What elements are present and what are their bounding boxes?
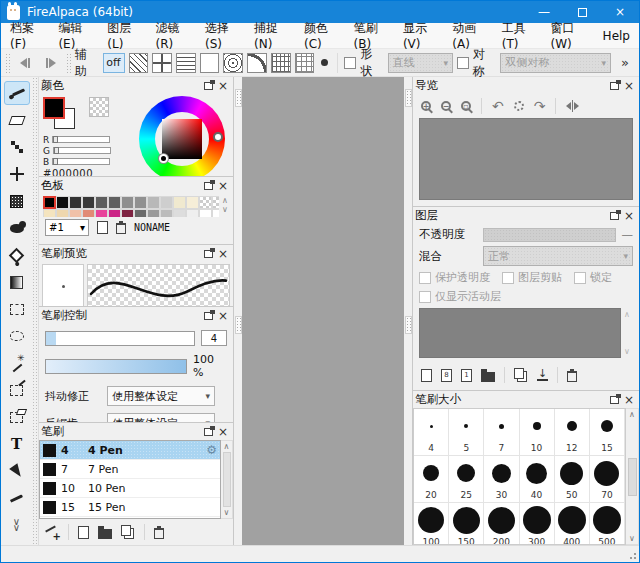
palette-swatch[interactable] (69, 209, 82, 217)
palette-swatch[interactable] (95, 196, 108, 209)
operation-tool[interactable] (4, 459, 30, 483)
symmetry-checkbox[interactable] (457, 57, 469, 69)
snap-concentric-icon[interactable] (223, 53, 243, 73)
float-panel-icon[interactable] (204, 82, 213, 90)
snap-point-indicator[interactable] (321, 59, 328, 66)
close-panel-icon[interactable]: × (217, 80, 229, 92)
delete-brush-icon[interactable] (154, 528, 164, 539)
toolbar-overflow-button[interactable]: » (615, 55, 635, 70)
snap-cross-icon[interactable] (152, 53, 172, 73)
brush-size-cell[interactable]: 200 (484, 503, 519, 545)
scrollbar-thumb[interactable] (628, 458, 637, 496)
undo-button[interactable] (14, 56, 36, 70)
palette-swatch[interactable] (69, 196, 82, 209)
menu-item-9[interactable]: 动画(A) (443, 23, 492, 48)
palette-panel-header[interactable]: 色板 × (39, 177, 233, 194)
scrollbar-thumb[interactable] (223, 452, 231, 507)
shape-dropdown[interactable]: 直线▾ (388, 53, 453, 73)
flip-horizontal-icon[interactable] (566, 100, 579, 112)
brush-panel-header[interactable]: 笔刷 × (39, 423, 233, 440)
text-tool[interactable]: T (4, 432, 30, 456)
delete-swatch-icon[interactable] (116, 223, 126, 234)
palette-swatch[interactable] (95, 209, 108, 217)
select-pen-tool[interactable] (4, 378, 30, 402)
palette-swatch[interactable] (121, 196, 134, 209)
brush-list-item[interactable]: 44 Pen⚙ (40, 441, 220, 460)
zoom-out-icon[interactable]: − (441, 101, 451, 111)
brush-list-item[interactable]: 1010 Pen (40, 479, 220, 498)
select-rect-tool[interactable] (4, 297, 30, 321)
menu-item-8[interactable]: 显示(V) (394, 23, 443, 48)
brush-size-cell[interactable]: 400 (555, 503, 590, 545)
eyedropper-tool[interactable] (4, 486, 30, 510)
palette-swatch[interactable] (186, 209, 199, 217)
close-panel-icon[interactable]: × (623, 80, 635, 92)
snap-vanishing-icon[interactable] (200, 53, 220, 73)
rotate-ccw-icon[interactable]: ↶ (492, 99, 504, 113)
close-panel-icon[interactable]: × (623, 394, 635, 406)
dot-tool[interactable] (4, 135, 30, 159)
palette-swatch[interactable] (199, 196, 212, 209)
new-brush-icon[interactable] (78, 526, 89, 539)
more-tools-button[interactable]: ∨∨ (4, 513, 30, 537)
new-8bit-layer-icon[interactable]: 8 (441, 369, 452, 382)
float-panel-icon[interactable] (204, 428, 213, 436)
antialias-dropdown[interactable]: 使用整体设定▾ (107, 413, 215, 423)
menu-item-0[interactable]: 档案(F) (1, 23, 49, 48)
brush-opacity-slider[interactable] (45, 359, 187, 374)
palette-swatch[interactable] (212, 209, 219, 217)
palette-swatch[interactable] (108, 209, 121, 217)
magic-wand-tool[interactable] (4, 351, 30, 375)
rotate-cw-icon[interactable]: ↷ (534, 99, 546, 113)
redo-button[interactable] (40, 56, 62, 70)
menu-item-12[interactable]: Help (594, 23, 639, 48)
palette-swatch[interactable] (82, 196, 95, 209)
palette-swatch[interactable] (56, 209, 69, 217)
panel-splitter[interactable] (404, 77, 412, 545)
scroll-up-icon[interactable]: ∧ (629, 410, 635, 419)
new-swatch-icon[interactable] (97, 221, 108, 234)
brush-size-cell[interactable]: 20 (414, 456, 449, 503)
scroll-down-icon[interactable]: ∨ (222, 205, 228, 214)
snap-grid-icon[interactable] (295, 53, 315, 73)
canvas-area[interactable] (242, 77, 404, 545)
zoom-fit-icon[interactable]: ▫ (461, 101, 471, 111)
brush-folder-icon[interactable] (98, 529, 112, 539)
close-panel-icon[interactable]: × (217, 248, 229, 260)
snap-table-icon[interactable] (271, 53, 291, 73)
brush-preview-header[interactable]: 笔刷预览 × (39, 245, 233, 262)
close-panel-icon[interactable]: × (217, 310, 229, 322)
float-panel-icon[interactable] (204, 182, 213, 190)
palette-swatch[interactable] (134, 209, 147, 217)
brush-size-input[interactable]: 4 (201, 330, 227, 346)
palette-swatch[interactable] (121, 209, 134, 217)
transparent-color-swatch[interactable] (89, 97, 109, 117)
palette-swatch[interactable] (160, 196, 173, 209)
select-eraser-tool[interactable] (4, 405, 30, 429)
brush-size-cell[interactable]: 10 (520, 409, 555, 456)
brush-size-scrollbar[interactable]: ∧ ∨ (626, 408, 639, 545)
palette-scrollbar[interactable]: ∧ ∨ (219, 196, 231, 217)
checkbox-icon[interactable] (419, 291, 431, 303)
eraser-tool[interactable] (4, 108, 30, 132)
brush-size-cell[interactable]: 12 (555, 409, 590, 456)
palette-swatch[interactable] (43, 196, 56, 209)
float-panel-icon[interactable] (204, 312, 213, 320)
menu-item-6[interactable]: 颜色(C) (295, 23, 345, 48)
brush-size-cell[interactable]: 25 (449, 456, 484, 503)
palette-swatch[interactable] (186, 196, 199, 209)
close-button[interactable]: × (601, 1, 639, 23)
symmetry-dropdown[interactable]: 双侧对称▾ (500, 53, 611, 73)
brush-tool[interactable] (4, 81, 30, 105)
brush-list-scrollbar[interactable]: ∧ ∨ (221, 440, 233, 519)
palette-swatch[interactable] (173, 196, 186, 209)
brush-size-cell[interactable]: 100 (414, 503, 449, 545)
brush-size-cell[interactable]: 15 (590, 409, 625, 456)
navigator-header[interactable]: 导览 × (413, 77, 639, 94)
scroll-up-icon[interactable]: ∧ (224, 442, 230, 451)
float-panel-icon[interactable] (610, 212, 619, 220)
palette-swatch[interactable] (108, 196, 121, 209)
palette-preset-dropdown[interactable]: #1▾ (45, 219, 89, 236)
foreground-color-swatch[interactable] (43, 97, 65, 119)
scroll-up-icon[interactable]: ∧ (222, 196, 228, 205)
